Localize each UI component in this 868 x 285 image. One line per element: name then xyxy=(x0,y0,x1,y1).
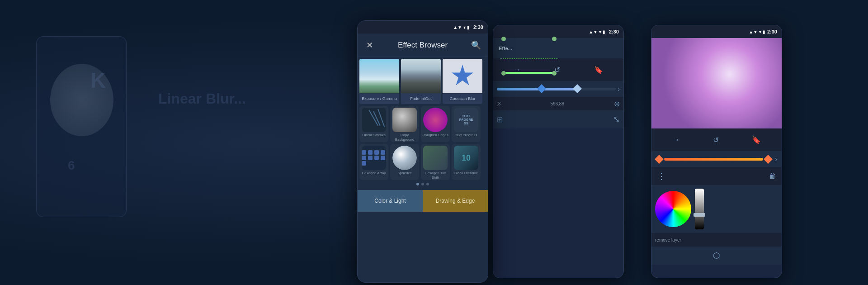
right-slider-diamond-right xyxy=(764,155,773,164)
roughen-edges-icon xyxy=(423,108,448,132)
tab-drawing-edge-label: Drawing & Edge xyxy=(436,198,475,204)
color-slider[interactable] xyxy=(695,189,704,229)
spherize-label: Spherize xyxy=(396,171,413,176)
hex-dot-2 xyxy=(368,150,373,155)
right-tool-arrow[interactable]: → xyxy=(673,136,680,144)
bg-text-1: K xyxy=(90,68,106,93)
right-slider-arrow[interactable]: › xyxy=(775,156,777,163)
gaussian-thumb-image xyxy=(443,59,482,93)
mid-signal-icon: ▲▼ xyxy=(589,29,598,34)
color-slider-container xyxy=(695,189,704,229)
roughen-edges-label: Roughen Edges xyxy=(421,133,449,138)
remove-layer-bar: remove layer xyxy=(651,233,782,247)
effect-tile-hexagon-array[interactable]: Hexagon Array xyxy=(359,144,388,180)
hex-tile-image xyxy=(423,146,448,170)
dot-3 xyxy=(426,183,429,185)
sphere-image xyxy=(392,146,417,170)
star-image xyxy=(443,59,482,93)
mid-bottom-bar: ⊞ ⤡ xyxy=(493,110,623,128)
bg-text-3: 6 xyxy=(68,158,75,173)
right-slider-fill[interactable] xyxy=(664,158,763,161)
close-button[interactable]: ✕ xyxy=(363,39,376,52)
sky-image xyxy=(359,59,399,93)
status-icons: ▲▼ ▾ ▮ xyxy=(453,25,470,30)
fade-label: Fade In/Out xyxy=(401,93,441,104)
mid-wifi-icon: ▾ xyxy=(599,29,601,34)
star-shape xyxy=(451,65,474,87)
spherize-icon xyxy=(392,146,417,170)
hex-tile-label: Hexagon Tile Shift xyxy=(421,171,450,180)
text-progress-image: TEXTPROGRESS xyxy=(454,108,478,132)
remove-layer-link[interactable]: remove layer xyxy=(655,238,681,242)
hex-grid xyxy=(362,150,386,166)
mid-status-icons: ▲▼ ▾ ▮ xyxy=(589,29,605,34)
tab-color-light[interactable]: Color & Light xyxy=(358,190,423,212)
mid-expand-icon[interactable]: ⤡ xyxy=(613,114,620,124)
tab-color-light-label: Color & Light xyxy=(374,198,406,204)
delete-icon[interactable]: 🗑 xyxy=(769,172,776,180)
search-button[interactable]: 🔍 xyxy=(470,39,482,52)
right-expand-icon[interactable]: ⬡ xyxy=(713,251,720,261)
right-signal-icon: ▲▼ xyxy=(749,29,758,34)
effect-tile-copy-bg[interactable]: Copy Background xyxy=(390,106,419,142)
text-progress-icon: TEXTPROGRESS xyxy=(454,108,478,132)
mid-coord-value: 596.88 xyxy=(550,101,564,106)
block-dissolve-number: 10 xyxy=(462,153,471,163)
effects-grid: Exposure / Gamma Fade In/Out Gaussian Bl… xyxy=(358,57,488,190)
mid-tool-3[interactable]: 🔖 xyxy=(594,66,603,74)
hex-tile-icon xyxy=(423,146,448,170)
right-time: 2:30 xyxy=(767,29,777,34)
gaussian-label: Gaussian Blur xyxy=(443,93,482,104)
hexagon-array-icon xyxy=(362,146,386,170)
mid-header: Effe... xyxy=(493,38,623,58)
status-bar: ▲▼ ▾ ▮ 2:30 xyxy=(358,21,488,33)
hex-dot-7 xyxy=(374,156,379,160)
roughen-image xyxy=(423,108,448,132)
phone-mid: ▲▼ ▾ ▮ 2:30 Effe... xyxy=(493,25,624,278)
mid-slider-track[interactable] xyxy=(497,88,616,90)
copy-bg-icon xyxy=(392,108,417,132)
handle-tr xyxy=(552,71,557,76)
handle-bl xyxy=(501,37,506,41)
mid-slider-diamond-left xyxy=(537,84,546,93)
tab-drawing-edge[interactable]: Drawing & Edge xyxy=(423,190,488,212)
background-phone-left xyxy=(36,36,127,217)
effect-thumb-gaussian[interactable]: Gaussian Blur xyxy=(443,59,482,104)
mid-coord-text: :3 xyxy=(497,101,500,106)
text-progress-label: Text Progress xyxy=(454,133,478,138)
search-icon: 🔍 xyxy=(471,40,481,50)
effect-tile-hex-tile[interactable]: Hexagon Tile Shift xyxy=(421,144,450,180)
linear-streaks-icon xyxy=(362,108,386,132)
color-slider-handle xyxy=(693,213,705,217)
mid-slider-arrow[interactable]: › xyxy=(618,86,620,93)
right-status-icons: ▲▼ ▾ ▮ xyxy=(749,29,765,34)
mid-battery-icon: ▮ xyxy=(603,29,605,34)
effect-tile-spherize[interactable]: Spherize xyxy=(390,144,419,180)
more-options-icon[interactable]: ⋮ xyxy=(657,171,666,181)
effect-thumb-exposure[interactable]: Exposure / Gamma xyxy=(359,59,399,104)
copy-bg-image xyxy=(392,108,417,132)
selection-box xyxy=(502,72,556,74)
effect-thumb-fade[interactable]: Fade In/Out xyxy=(401,59,441,104)
effect-tile-roughen[interactable]: Roughen Edges xyxy=(421,106,450,142)
mid-slider-diamond-right xyxy=(573,84,582,93)
right-flower-image xyxy=(651,38,782,128)
effect-tile-text-progress[interactable]: TEXTPROGRESS Text Progress xyxy=(452,106,481,142)
effect-tile-block-dissolve[interactable]: 10 Block Dissolve xyxy=(452,144,481,180)
hex-dot-4 xyxy=(381,150,385,155)
right-tool-rotate[interactable]: ↺ xyxy=(713,136,719,144)
effect-tile-linear-streaks[interactable]: Linear Streaks xyxy=(359,106,388,142)
exposure-label: Exposure / Gamma xyxy=(359,93,399,104)
hexagon-array-label: Hexagon Array xyxy=(361,171,387,176)
color-wheel[interactable] xyxy=(655,191,691,227)
right-slider-area: › xyxy=(651,151,782,167)
block-dissolve-icon: 10 xyxy=(454,146,478,170)
mid-move-icon[interactable]: ⊕ xyxy=(614,100,620,108)
right-status-bar: ▲▼ ▾ ▮ 2:30 xyxy=(651,25,782,38)
right-tool-bookmark[interactable]: 🔖 xyxy=(752,136,761,144)
mid-coord-bar: :3 596.88 ⊕ xyxy=(493,97,623,110)
mid-copy-icon[interactable]: ⊞ xyxy=(497,115,503,124)
close-icon: ✕ xyxy=(366,40,373,50)
hex-dot-9 xyxy=(362,161,366,166)
signal-icon: ▲▼ xyxy=(453,25,462,30)
